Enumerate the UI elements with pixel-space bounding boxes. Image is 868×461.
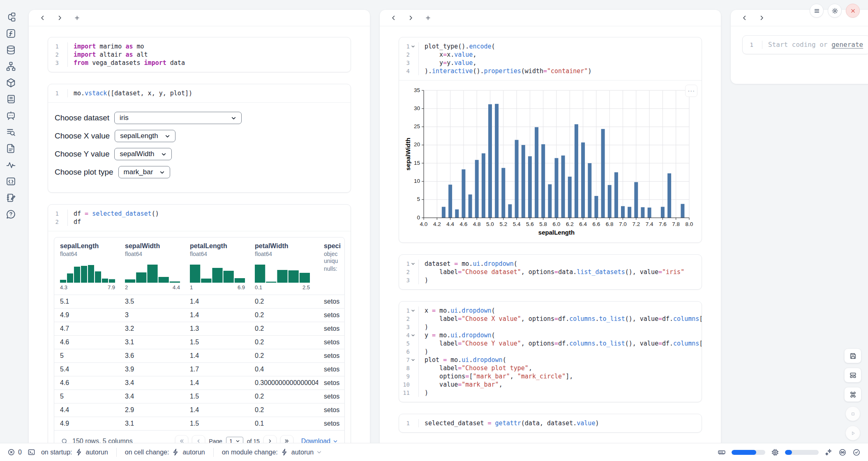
- snippets-icon[interactable]: [5, 176, 16, 187]
- code-line: 7plot = mo.ui.dropdown(: [399, 356, 696, 364]
- fold-caret-icon[interactable]: [411, 44, 416, 48]
- errors-indicator[interactable]: 0: [7, 448, 22, 456]
- code-line: 2df: [48, 218, 345, 226]
- ai-sparkles-icon[interactable]: [824, 448, 833, 456]
- dependency-graph-icon[interactable]: [5, 61, 16, 72]
- dropdown-select[interactable]: sepalWidth: [114, 148, 171, 160]
- table-row[interactable]: 5.43.91.70.4setos: [54, 362, 344, 376]
- table-row[interactable]: 53.41.50.2setos: [54, 390, 344, 403]
- connection-status-icon[interactable]: [852, 448, 861, 456]
- column-1-header: [29, 10, 370, 26]
- table-row[interactable]: 4.73.21.30.2setos: [54, 322, 344, 335]
- column-scroll-right-button[interactable]: [756, 13, 767, 23]
- terminal-button[interactable]: [28, 448, 35, 456]
- bar-chart[interactable]: 4.04.24.44.64.85.05.25.45.65.86.06.26.46…: [405, 86, 698, 239]
- svg-text:7.4: 7.4: [646, 221, 653, 227]
- fold-caret-icon[interactable]: [411, 309, 416, 313]
- code-editor[interactable]: 1x = mo.ui.dropdown(2 label="Choose X va…: [399, 302, 702, 402]
- status-bar: 0 on startup: autorun on cell change: au…: [0, 443, 868, 461]
- database-icon[interactable]: [5, 44, 16, 55]
- table-column-header[interactable]: petalLengthfloat6416.9: [184, 237, 249, 295]
- code-editor[interactable]: 1df = selected_dataset()2df: [48, 205, 351, 231]
- close-icon: [850, 7, 856, 14]
- on-startup-setting[interactable]: on startup: autorun: [41, 448, 108, 456]
- table-row[interactable]: 5.13.51.40.2setos: [54, 295, 344, 308]
- floating-actions: [844, 348, 861, 440]
- cpu-usage-meter[interactable]: [785, 450, 819, 455]
- menu-button[interactable]: [810, 4, 824, 18]
- code-line: 4y = mo.ui.dropdown(: [399, 331, 696, 339]
- column-scroll-right-button[interactable]: [54, 13, 65, 23]
- settings-button[interactable]: [828, 4, 842, 18]
- svg-text:30: 30: [414, 105, 420, 111]
- generate-with-ai-link[interactable]: generate: [831, 41, 863, 48]
- on-cell-change-setting[interactable]: on cell change: autorun: [125, 448, 205, 456]
- documentation-icon[interactable]: [5, 143, 16, 154]
- code-editor[interactable]: 1dataset = mo.ui.dropdown(2 label="Choos…: [399, 255, 702, 289]
- table-column-header[interactable]: petalWidthfloat640.12.5: [249, 237, 318, 295]
- fold-caret-icon[interactable]: [411, 358, 416, 362]
- svg-text:7.0: 7.0: [619, 221, 627, 227]
- code-editor[interactable]: 1mo.vstack([dataset, x, y, plot]): [48, 84, 351, 102]
- packages-icon[interactable]: [5, 77, 16, 88]
- stop-button[interactable]: [845, 406, 860, 421]
- svg-text:4.0: 4.0: [420, 221, 428, 227]
- column-scroll-right-button[interactable]: [405, 13, 416, 23]
- svg-text:6.2: 6.2: [566, 221, 574, 227]
- terminal-icon: [28, 448, 35, 456]
- table-row[interactable]: 4.931.40.2setos: [54, 308, 344, 322]
- column-scroll-left-button[interactable]: [739, 13, 750, 23]
- svg-text:35: 35: [414, 87, 420, 93]
- help-icon[interactable]: [5, 209, 16, 220]
- code-editor[interactable]: 1import marimo as mo2import altair as al…: [48, 37, 351, 72]
- table-row[interactable]: 53.61.40.2setos: [54, 349, 344, 362]
- file-tree-icon[interactable]: [5, 12, 16, 23]
- code-editor[interactable]: 1plot_type().encode(2 x=x.value,3 y=y.va…: [399, 37, 702, 80]
- dropdown-select[interactable]: mark_bar: [118, 166, 171, 178]
- table-row[interactable]: 4.63.41.40.3000000000000004setos: [54, 376, 344, 390]
- memory-usage-meter[interactable]: [732, 450, 765, 455]
- dropdown-label: Choose Y value: [55, 150, 109, 159]
- svg-text:sepalWidth: sepalWidth: [405, 138, 411, 171]
- cell-output: sepalLengthfloat644.37.9sepalWidthfloat6…: [48, 231, 351, 452]
- tracing-icon[interactable]: [5, 159, 16, 171]
- chart-actions-button[interactable]: ⋯: [685, 85, 697, 97]
- table-column-header[interactable]: sepalLengthfloat644.37.9: [54, 237, 119, 295]
- svg-text:7.2: 7.2: [632, 221, 640, 227]
- on-module-change-setting[interactable]: on module change: autorun: [222, 448, 322, 456]
- save-button[interactable]: [844, 348, 861, 363]
- column-scroll-left-button[interactable]: [388, 13, 399, 23]
- cell-dataset-dropdown: 1dataset = mo.ui.dropdown(2 label="Choos…: [399, 254, 702, 290]
- table-row[interactable]: 4.93.11.50.1setos: [54, 417, 344, 430]
- scratchpad-icon[interactable]: [5, 192, 16, 203]
- chatbot-icon[interactable]: [5, 110, 16, 121]
- shutdown-button[interactable]: [846, 4, 860, 18]
- command-palette-button[interactable]: [844, 387, 861, 402]
- svg-text:5.0: 5.0: [486, 221, 494, 227]
- table-column-header[interactable]: sepalWidthfloat6424.4: [119, 237, 184, 295]
- table-row[interactable]: 4.63.11.50.2setos: [54, 335, 344, 349]
- fold-caret-icon[interactable]: [411, 333, 416, 337]
- svg-text:5.4: 5.4: [513, 221, 521, 227]
- dropdown-select[interactable]: iris: [114, 112, 242, 124]
- add-cell-button[interactable]: [72, 13, 82, 23]
- dropdown-select[interactable]: sepalLength: [115, 130, 175, 142]
- code-line: 1dataset = mo.ui.dropdown(: [399, 260, 696, 268]
- layout-button[interactable]: [844, 368, 861, 383]
- column-scroll-left-button[interactable]: [37, 13, 48, 23]
- code-editor[interactable]: 1selected_dataset = getattr(data, datase…: [399, 414, 702, 432]
- script-icon[interactable]: [5, 94, 16, 105]
- svg-text:5.2: 5.2: [499, 221, 507, 227]
- dropdown-row: Choose plot typemark_bar: [55, 166, 344, 178]
- table-row[interactable]: 4.42.91.40.2setos: [54, 403, 344, 417]
- functions-icon[interactable]: [5, 28, 16, 39]
- copilot-icon[interactable]: [838, 448, 847, 456]
- search-list-icon[interactable]: [5, 127, 16, 138]
- code-editor[interactable]: 1 Start coding or generate with: [743, 36, 868, 54]
- run-button[interactable]: [845, 426, 860, 440]
- add-cell-button[interactable]: [422, 13, 433, 23]
- table-column-header[interactable]: speciobjecuniqunulls:: [318, 237, 344, 295]
- notebook-controls: [810, 4, 860, 18]
- code-line: 11): [399, 389, 696, 397]
- fold-caret-icon[interactable]: [411, 262, 416, 266]
